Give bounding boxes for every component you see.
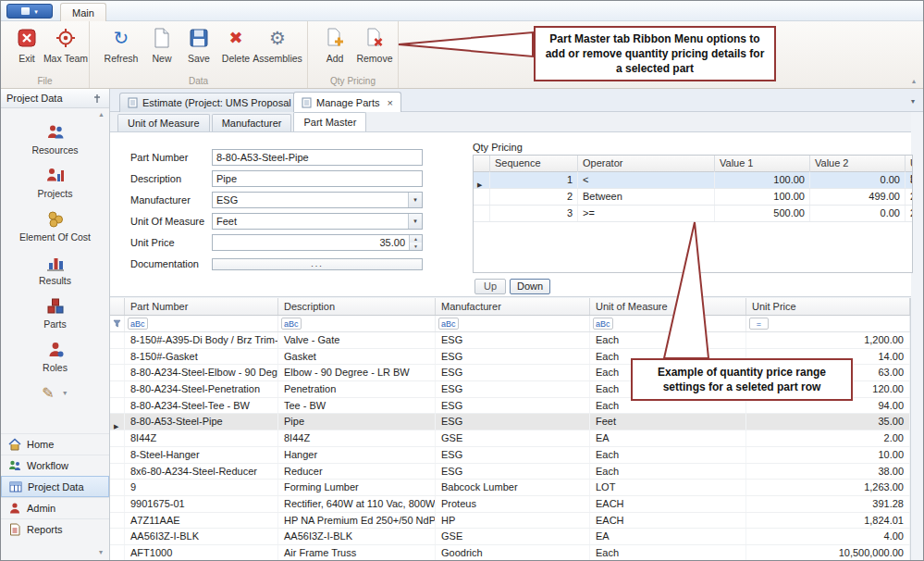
cell-manufacturer[interactable]: ESG — [436, 332, 590, 348]
cell-unit-of-measure[interactable]: EA — [590, 529, 746, 544]
cell-part-number[interactable]: 8x6-80-A234-Steel-Reducer — [125, 464, 278, 480]
cell-part-number[interactable]: AFT1000 — [125, 545, 278, 560]
new-button[interactable]: New — [142, 26, 182, 74]
add-qty-pricing-button[interactable]: Add — [314, 26, 355, 74]
cell-manufacturer[interactable]: GSE — [436, 529, 590, 544]
filter-type-icon[interactable]: aBc — [281, 318, 302, 330]
cell-part-number[interactable]: 9 — [125, 480, 278, 495]
table-row[interactable]: 8-80-A53-Steel-Pipe Pipe ESG Feet 35.00 — [110, 414, 910, 430]
cell-part-number[interactable]: 8-150#-A395-Di Body / Brz Trim-Valve - .… — [125, 332, 278, 348]
cell-manufacturer[interactable]: ESG — [436, 349, 590, 365]
cell-unit-price[interactable]: 20.00 — [906, 206, 913, 221]
column-header-manufacturer[interactable]: Manufacturer — [436, 298, 590, 315]
max-team-button[interactable]: Max Team — [45, 26, 86, 74]
cell-part-number[interactable]: 9901675-01 — [125, 496, 278, 512]
cell-description[interactable]: Hanger — [278, 447, 436, 463]
filter-cell-unit-price[interactable]: = — [746, 316, 910, 331]
cell-value1[interactable]: 500.00 — [715, 206, 810, 221]
column-header-description[interactable]: Description — [278, 298, 436, 315]
cell-value2[interactable]: 0.00 — [810, 172, 906, 188]
cell-unit-price[interactable]: 35.00 — [746, 414, 910, 430]
cell-sequence[interactable]: 3 — [490, 206, 578, 221]
cell-unit-price[interactable]: 391.28 — [746, 496, 910, 512]
cell-manufacturer[interactable]: ESG — [436, 381, 590, 397]
save-button[interactable]: Save — [179, 26, 219, 74]
cell-unit-price[interactable]: 38.00 — [746, 464, 910, 480]
cell-part-number[interactable]: 8I44Z — [125, 430, 278, 446]
cell-sequence[interactable]: 2 — [490, 189, 578, 205]
cell-description[interactable]: Elbow - 90 Degree - LR BW — [278, 365, 436, 380]
filter-cell-description[interactable]: aBc — [278, 316, 436, 331]
qty-pricing-row[interactable]: 2 Between 100.00 499.00 25.00 — [474, 189, 912, 206]
filter-type-icon[interactable]: aBc — [593, 318, 613, 330]
manufacturer-select[interactable]: ESG ▾ — [212, 192, 423, 208]
chevron-down-icon[interactable]: ▾ — [408, 193, 422, 207]
tab-list-dropdown-icon[interactable]: ▾ — [911, 97, 915, 106]
move-up-button[interactable]: Up — [474, 279, 506, 294]
assemblies-button[interactable]: ⚙ Assemblies — [253, 26, 302, 74]
filter-cell-manufacturer[interactable]: aBc — [436, 316, 590, 331]
column-header-unit-price[interactable]: Unit Price — [746, 298, 910, 315]
cell-manufacturer[interactable]: Proteus — [436, 496, 590, 512]
cell-part-number[interactable]: A7Z11AAE — [125, 513, 278, 529]
delete-button[interactable]: ✖ Delete — [216, 26, 256, 74]
sidebar-item-edit[interactable]: ✎ ▼ — [1, 378, 109, 407]
tab-part-master[interactable]: Part Master — [293, 112, 366, 131]
nav-item-reports[interactable]: Reports — [1, 518, 109, 540]
cell-description[interactable]: Penetration — [278, 381, 436, 397]
table-row[interactable]: 8-150#-A395-Di Body / Brz Trim-Valve - .… — [110, 332, 910, 349]
cell-value1[interactable]: 100.00 — [715, 172, 810, 188]
close-icon[interactable]: × — [387, 97, 392, 108]
filter-type-icon[interactable]: = — [749, 318, 769, 330]
cell-unit-of-measure[interactable]: Feet — [590, 414, 746, 430]
column-header-part-number[interactable]: Part Number — [125, 298, 278, 315]
move-down-button[interactable]: Down — [510, 279, 550, 294]
cell-operator[interactable]: >= — [578, 206, 715, 221]
cell-manufacturer[interactable]: ESG — [436, 414, 590, 430]
filter-cell-part-number[interactable]: aBc — [125, 316, 278, 331]
cell-unit-price[interactable]: 2.00 — [746, 430, 910, 446]
sidebar-item-parts[interactable]: Parts — [1, 291, 109, 334]
cell-unit-of-measure[interactable]: EA — [590, 430, 746, 446]
cell-unit-of-measure[interactable]: LOT — [590, 480, 746, 495]
cell-part-number[interactable]: AA56I3Z-I-BLK — [125, 529, 278, 544]
cell-unit-of-measure[interactable]: Each — [590, 545, 746, 560]
cell-unit-of-measure[interactable]: Each — [590, 447, 746, 463]
sidebar-expand-icon[interactable]: ▾ — [99, 548, 103, 556]
table-row[interactable]: 9901675-01 Rectifier, 640W at 110 Vac, 8… — [110, 496, 910, 513]
cell-value2[interactable]: 499.00 — [810, 189, 906, 205]
remove-qty-pricing-button[interactable]: Remove — [354, 26, 395, 74]
nav-item-workflow[interactable]: Workflow — [1, 455, 109, 476]
table-row[interactable]: A7Z11AAE HP NA Premium Ed 250+/50 NdPk S… — [110, 513, 910, 530]
cell-description[interactable]: Valve - Gate — [278, 332, 436, 348]
cell-manufacturer[interactable]: HP — [436, 513, 590, 529]
ribbon-tab-main[interactable]: Main — [60, 3, 106, 21]
cell-operator[interactable]: Between — [578, 189, 715, 205]
cell-manufacturer[interactable]: GSE — [436, 430, 590, 446]
nav-item-project-data[interactable]: Project Data — [1, 476, 109, 497]
cell-operator[interactable]: < — [578, 172, 715, 188]
table-row[interactable]: AFT1000 Air Frame Truss Goodrich Each 10… — [110, 545, 910, 560]
tab-unit-of-measure[interactable]: Unit of Measure — [117, 114, 210, 131]
ribbon-collapse-icon[interactable]: ▴ — [912, 77, 916, 85]
nav-item-home[interactable]: Home — [1, 433, 109, 455]
app-menu-button[interactable]: ▾ — [6, 4, 53, 19]
cell-description[interactable]: 8I44Z — [278, 430, 436, 446]
cell-unit-of-measure[interactable]: EACH — [590, 513, 746, 529]
scroll-down-icon[interactable]: ▼ — [62, 390, 68, 396]
sidebar-item-results[interactable]: Results — [1, 247, 109, 291]
cell-manufacturer[interactable]: ESG — [436, 398, 590, 414]
unit-price-spinner[interactable]: ▲ ▼ — [409, 235, 422, 250]
tab-manufacturer[interactable]: Manufacturer — [212, 114, 292, 131]
cell-manufacturer[interactable]: ESG — [436, 447, 590, 463]
cell-unit-price[interactable]: 10.00 — [746, 447, 910, 463]
sidebar-item-resources[interactable]: Resources — [1, 117, 109, 160]
cell-manufacturer[interactable]: ESG — [436, 365, 590, 380]
cell-part-number[interactable]: 8-80-A53-Steel-Pipe — [125, 414, 278, 430]
cell-unit-price[interactable]: 1,200.00 — [746, 332, 910, 348]
cell-part-number[interactable]: 8-150#-Gasket — [125, 349, 278, 365]
cell-unit-of-measure[interactable]: Each — [590, 464, 746, 480]
sidebar-item-element-of-cost[interactable]: Element Of Cost — [1, 204, 109, 247]
tab-estimate[interactable]: Estimate (Project: UMS Proposal T2) — [119, 93, 317, 112]
cell-part-number[interactable]: 8-80-A234-Steel-Elbow - 90 Degree - L... — [125, 365, 278, 380]
